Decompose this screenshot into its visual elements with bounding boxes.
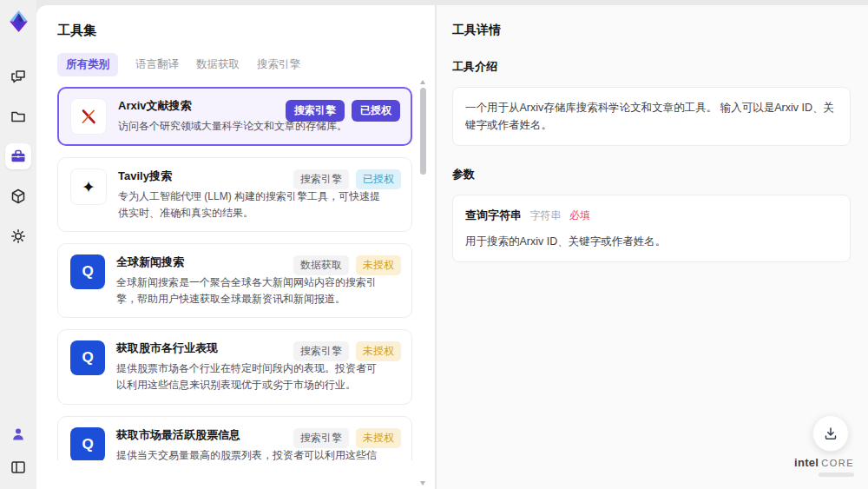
tool-badges: 搜索引擎 已授权 xyxy=(286,100,400,122)
parameter-type: 字符串 xyxy=(529,209,561,221)
tool-intro-text: 一个用于从Arxiv存储库搜索科学论文和文章的工具。 输入可以是Arxiv ID… xyxy=(465,102,834,131)
scroll-up-icon[interactable] xyxy=(420,80,425,84)
list-scrollbar[interactable] xyxy=(420,80,426,486)
icon-rail xyxy=(0,0,36,489)
intel-core-logo: intelCORE xyxy=(794,455,854,477)
tool-card[interactable]: Q 获取市场最活跃股票信息 提供当天交易量最高的股票列表，投资者可以利用这些信息… xyxy=(57,416,412,460)
cube-icon[interactable] xyxy=(5,183,31,209)
tool-status-badge: 未授权 xyxy=(356,428,401,448)
tool-badges: 搜索引擎 已授权 xyxy=(293,169,401,189)
tool-list: Arxiv文献搜索 访问各个研究领域大量科学论文和文章的存储库。 搜索引擎 已授… xyxy=(57,87,412,460)
parameter-name: 查询字符串 xyxy=(465,208,522,221)
tool-description: 提供当天交易量最高的股票列表，投资者可以利用这些信息来识别流动性强的股票和潜在的… xyxy=(116,447,384,460)
tool-description: 提供股票市场各个行业在特定时间段内的表现。投资者可以利用这些信息来识别表现优于或… xyxy=(116,360,384,393)
tool-card[interactable]: Arxiv文献搜索 访问各个研究领域大量科学论文和文章的存储库。 搜索引擎 已授… xyxy=(57,87,412,146)
tool-description: 全球新闻搜索是一个聚合全球各大新闻网站内容的搜索引擎，帮助用户快速获取全球最新资… xyxy=(116,274,384,307)
tool-badges: 数据获取 未授权 xyxy=(293,255,401,275)
scroll-down-icon[interactable] xyxy=(420,481,425,486)
user-icon[interactable] xyxy=(5,421,31,447)
tool-status-badge: 已授权 xyxy=(356,169,401,189)
category-tab[interactable]: 数据获取 xyxy=(196,53,240,76)
parameter-box: 查询字符串 字符串 必填 用于搜索的Arxiv ID、关键字或作者姓名。 xyxy=(452,195,851,262)
category-tab[interactable]: 所有类别 xyxy=(57,53,118,76)
tool-detail-panel: 工具详情 工具介绍 一个用于从Arxiv存储库搜索科学论文和文章的工具。 输入可… xyxy=(437,5,868,489)
scrollbar-thumb[interactable] xyxy=(420,88,426,175)
tool-card[interactable]: ✦ Tavily搜索 专为人工智能代理 (LLM) 构建的搜索引擎工具，可快速提… xyxy=(57,157,412,232)
tool-category-badge: 搜索引擎 xyxy=(293,428,349,448)
tool-category-badge: 搜索引擎 xyxy=(293,341,349,361)
global-news-icon: Q xyxy=(70,254,105,289)
tool-category-badge: 数据获取 xyxy=(293,255,349,275)
active-stocks-icon: Q xyxy=(70,427,105,460)
intro-heading: 工具介绍 xyxy=(452,59,851,75)
parameter-description: 用于搜索的Arxiv ID、关键字或作者姓名。 xyxy=(465,233,838,250)
parameter-required-badge: 必填 xyxy=(569,209,590,221)
tool-description: 专为人工智能代理 (LLM) 构建的搜索引擎工具，可快速提供实时、准确和真实的结… xyxy=(118,188,385,221)
brand-underline xyxy=(819,472,854,477)
tool-category-badge: 搜索引擎 xyxy=(293,169,349,189)
download-button[interactable] xyxy=(812,415,849,452)
tool-intro-box: 一个用于从Arxiv存储库搜索科学论文和文章的工具。 输入可以是Arxiv ID… xyxy=(452,87,851,146)
rail-bottom xyxy=(5,421,31,480)
params-heading: 参数 xyxy=(452,167,851,182)
tool-card[interactable]: Q 获取股市各行业表现 提供股票市场各个行业在特定时间段内的表现。投资者可以利用… xyxy=(57,329,412,404)
detail-title: 工具详情 xyxy=(452,23,851,38)
settings-icon[interactable] xyxy=(5,223,31,249)
chat-icon[interactable] xyxy=(5,63,31,89)
rail-nav xyxy=(5,63,31,249)
tool-status-badge: 未授权 xyxy=(356,255,401,275)
intel-wordmark: intel xyxy=(794,456,819,469)
toolbox-icon[interactable] xyxy=(5,143,31,169)
tool-status-badge: 已授权 xyxy=(352,100,400,122)
tool-category-badge: 搜索引擎 xyxy=(286,100,345,122)
app-logo gem-logo-icon[interactable] xyxy=(5,8,31,34)
tool-status-badge: 未授权 xyxy=(356,341,401,361)
arxiv-icon xyxy=(70,98,107,135)
page-title: 工具集 xyxy=(57,23,412,39)
app-window: 工具集 所有类别语言翻译数据获取搜索引擎 Arxiv文献搜索 访问各个研究领域大… xyxy=(0,0,868,489)
download-icon xyxy=(823,426,838,441)
tavily-icon: ✦ xyxy=(70,169,107,205)
category-tab[interactable]: 语言翻译 xyxy=(135,53,179,76)
tool-badges: 搜索引擎 未授权 xyxy=(293,428,401,448)
category-tab[interactable]: 搜索引擎 xyxy=(257,53,300,76)
tool-list-panel: 工具集 所有类别语言翻译数据获取搜索引擎 Arxiv文献搜索 访问各个研究领域大… xyxy=(36,5,436,489)
stock-sector-icon: Q xyxy=(70,340,105,375)
core-wordmark: CORE xyxy=(821,458,854,468)
parameter-header: 查询字符串 字符串 必填 xyxy=(465,207,838,225)
category-tabs: 所有类别语言翻译数据获取搜索引擎 xyxy=(57,53,412,76)
tool-badges: 搜索引擎 未授权 xyxy=(293,341,401,361)
panel-toggle-icon[interactable] xyxy=(5,454,31,480)
folder-icon[interactable] xyxy=(5,103,31,129)
tool-card[interactable]: Q 全球新闻搜索 全球新闻搜索是一个聚合全球各大新闻网站内容的搜索引擎，帮助用户… xyxy=(57,243,412,318)
